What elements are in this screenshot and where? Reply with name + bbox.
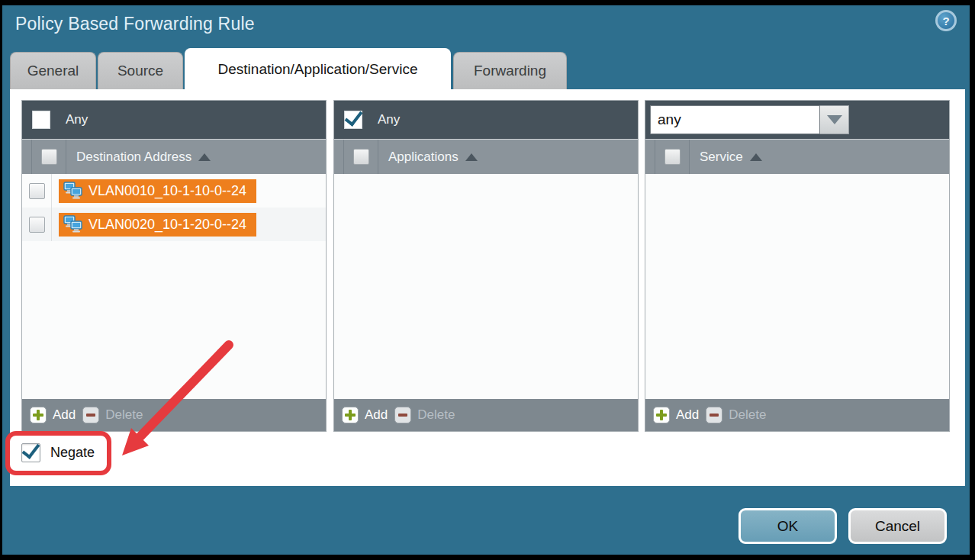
address-object-chip[interactable]: VLAN0020_10-1-20-0--24 [59,213,256,237]
network-address-icon [63,182,83,201]
row-checkbox[interactable] [29,217,45,233]
destination-any-label: Any [66,112,88,127]
service-dropdown-bar: any [645,101,949,139]
add-icon [30,407,47,423]
applications-column-header[interactable]: Applications [388,150,478,165]
applications-header-row: Applications [334,139,638,174]
table-row[interactable]: VLAN0010_10-1-10-0--24 [22,174,326,208]
service-list [645,174,949,399]
delete-button[interactable]: Delete [82,407,143,423]
add-button[interactable]: Add [653,407,699,423]
dialog-button-row: OK Cancel [738,508,947,544]
add-icon [653,407,670,423]
chevron-down-icon [827,115,842,124]
service-column-header[interactable]: Service [700,150,762,165]
service-select-all-checkbox[interactable] [664,149,681,165]
applications-any-label: Any [378,112,400,127]
tab-source[interactable]: Source [98,52,183,89]
destination-column-header[interactable]: Destination Address [76,150,211,165]
address-object-label: VLAN0010_10-1-10-0--24 [88,183,246,199]
destination-any-checkbox[interactable] [32,111,50,129]
sort-ascending-icon [750,153,762,161]
network-address-icon [63,215,83,234]
sort-ascending-icon [465,153,478,161]
delete-button[interactable]: Delete [706,407,766,423]
add-icon [342,407,359,423]
applications-list [334,174,638,399]
sort-ascending-icon [198,153,211,161]
tab-general[interactable]: General [10,52,96,89]
delete-icon [394,407,411,423]
delete-icon [82,407,99,423]
service-actions-bar: Add Delete [645,399,949,431]
service-type-value: any [650,105,820,134]
destination-address-column: Any Destination Address [21,100,327,432]
delete-icon [706,407,722,423]
dropdown-button[interactable] [820,105,849,134]
address-object-label: VLAN0020_10-1-20-0--24 [88,217,246,233]
service-header-row: Service [645,139,949,174]
tab-destination-application-service[interactable]: Destination/Application/Service [185,48,451,89]
tab-forwarding[interactable]: Forwarding [453,52,567,89]
negate-checkbox[interactable] [21,443,40,462]
delete-button[interactable]: Delete [394,407,455,423]
dialog-title: Policy Based Forwarding Rule [15,14,255,34]
service-column: any Service Add [645,100,950,432]
destination-select-all-checkbox[interactable] [41,149,57,165]
help-icon[interactable]: ? [935,10,957,31]
negate-row: Negate [21,443,95,462]
pbf-rule-dialog: Policy Based Forwarding Rule ? General S… [2,5,970,555]
cancel-button[interactable]: Cancel [848,508,947,544]
applications-actions-bar: Add Delete [334,399,638,431]
row-checkbox[interactable] [29,183,45,199]
destination-list: VLAN0010_10-1-10-0--24 [22,174,326,399]
applications-select-all-checkbox[interactable] [353,149,369,165]
service-type-dropdown[interactable]: any [650,105,849,134]
applications-column: Any Applications Add Delete [333,100,639,432]
destination-header-row: Destination Address [22,139,326,174]
applications-any-checkbox[interactable] [344,111,362,129]
add-button[interactable]: Add [30,407,76,423]
destination-actions-bar: Add Delete [22,399,326,431]
add-button[interactable]: Add [342,407,388,423]
ok-button[interactable]: OK [738,508,837,544]
negate-label: Negate [50,445,95,461]
address-object-chip[interactable]: VLAN0010_10-1-10-0--24 [59,179,256,203]
destination-any-bar: Any [22,101,326,139]
tab-content-panel: Any Destination Address [10,89,965,486]
applications-any-bar: Any [334,101,638,139]
table-row[interactable]: VLAN0020_10-1-20-0--24 [22,208,326,241]
